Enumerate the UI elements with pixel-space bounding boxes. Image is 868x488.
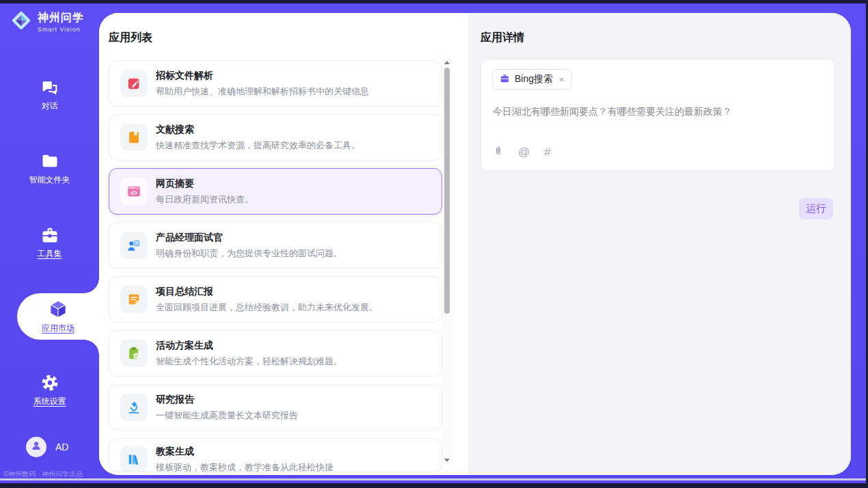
app-frame: 神州问学 Smart Vision 对话 (0, 3, 866, 483)
app-name: 项目总结汇报 (156, 286, 378, 298)
app-card-project-summary[interactable]: 项目总结汇报 全面回顾项目进展，总结经验教训，助力未来优化发展。 (109, 276, 442, 323)
blue-microscope-icon (120, 394, 148, 421)
app-name: 文献搜索 (156, 124, 360, 136)
app-desc: 帮助用户快速、准确地理解和解析招标书中的关键信息 (156, 85, 369, 98)
brand-logo: 神州问学 Smart Vision (10, 9, 84, 35)
avatar (26, 437, 46, 457)
app-desc: 全面回顾项目进展，总结经验教训，助力未来优化发展。 (156, 301, 378, 314)
app-name: 教案生成 (156, 446, 334, 458)
scroll-down-arrow-icon[interactable] (442, 456, 452, 464)
chat-bubbles-icon (40, 78, 59, 97)
app-list-title: 应用列表 (109, 31, 468, 45)
orange-book-icon (120, 124, 148, 151)
at-sign-icon[interactable]: @ (518, 146, 530, 158)
sidebar-item-label: 智能文件夹 (29, 174, 70, 186)
app-name: 活动方案生成 (156, 340, 342, 352)
main-panel: 应用列表 招标文件解析 帮助用户快速、准确地理解和解析招标书中的关键信息 (99, 13, 851, 475)
blue-books-icon (120, 446, 148, 472)
brand-name: 神州问学 (38, 11, 84, 25)
hash-icon[interactable]: # (544, 146, 550, 158)
green-clipboard-check-icon (120, 340, 148, 367)
toolbox-icon (40, 226, 59, 245)
app-name: 产品经理面试官 (156, 232, 342, 244)
brand-subtitle: Smart Vision (38, 26, 84, 33)
sidebar: 神州问学 Smart Vision 对话 (0, 3, 99, 483)
scroll-up-arrow-icon[interactable] (442, 58, 452, 66)
folder-icon (40, 152, 59, 171)
app-card-lesson-plan[interactable]: 教案生成 模板驱动，教案秒成，教学准备从此轻松快捷 (109, 438, 442, 472)
user-name: AD (55, 442, 68, 452)
copyright-footer: ©神州数码 · 神州问学出品 (3, 470, 83, 479)
app-detail-panel: 应用详情 Bing搜索 × 今日湖北有哪些新闻要点？有哪些需要关注的最新政策？ (468, 13, 851, 475)
sidebar-item-label: 对话 (42, 100, 58, 112)
briefcase-icon (500, 73, 510, 86)
app-name: 研究报告 (156, 394, 298, 406)
orange-note-icon (120, 286, 148, 313)
run-button[interactable]: 运行 (799, 198, 833, 219)
app-list-panel: 应用列表 招标文件解析 帮助用户快速、准确地理解和解析招标书中的关键信息 (99, 13, 468, 475)
user-account[interactable]: AD (26, 437, 68, 457)
prompt-card[interactable]: Bing搜索 × 今日湖北有哪些新闻要点？有哪些需要关注的最新政策？ @ # (480, 59, 835, 171)
input-toolbar: @ # (493, 145, 551, 159)
app-desc: 明确身份和职责，为您提供专业性的面试问题。 (156, 247, 342, 260)
app-desc: 快速精准查找学术资源，提高研究效率的必备工具。 (156, 139, 360, 152)
app-desc: 模板驱动，教案秒成，教学准备从此轻松快捷 (156, 461, 334, 472)
sidebar-item-toolbox[interactable]: 工具集 (0, 219, 99, 266)
sidebar-item-chat[interactable]: 对话 (0, 72, 99, 118)
app-card-bid-doc-parse[interactable]: 招标文件解析 帮助用户快速、准确地理解和解析招标书中的关键信息 (109, 60, 442, 107)
close-icon[interactable]: × (559, 74, 565, 85)
app-card-literature-search[interactable]: 文献搜索 快速精准查找学术资源，提高研究效率的必备工具。 (109, 114, 442, 161)
app-card-event-plan[interactable]: 活动方案生成 智能生成个性化活动方案，轻松解决规划难题。 (109, 330, 442, 377)
app-card-web-summary[interactable]: 网页摘要 每日政府新闻资讯快查。 (109, 168, 442, 215)
app-name: 招标文件解析 (156, 70, 369, 82)
sidebar-item-smart-folder[interactable]: 智能文件夹 (0, 146, 99, 192)
app-card-pm-interviewer[interactable]: 产品经理面试官 明确身份和职责，为您提供专业性的面试问题。 (109, 222, 442, 269)
app-card-research-report[interactable]: 研究报告 一键智能生成高质量长文本研究报告 (109, 384, 442, 431)
tool-tag-label: Bing搜索 (515, 73, 553, 85)
app-list-scrollbar[interactable] (442, 58, 452, 464)
app-name: 网页摘要 (156, 178, 254, 190)
app-desc: 智能生成个性化活动方案，轻松解决规划难题。 (156, 355, 342, 368)
red-edit-doc-icon (120, 70, 148, 97)
diamond-gem-icon (10, 9, 33, 35)
sidebar-item-label: 系统设置 (33, 396, 66, 407)
avatar-person-icon (30, 439, 42, 455)
app-desc: 一键智能生成高质量长文本研究报告 (156, 409, 298, 422)
app-desc: 每日政府新闻资讯快查。 (156, 193, 254, 206)
bottom-strip (0, 478, 866, 480)
sidebar-item-label: 工具集 (38, 248, 62, 260)
sidebar-item-app-market[interactable]: 应用市场 (17, 293, 99, 340)
sidebar-item-label: 应用市场 (42, 323, 74, 334)
gear-icon (40, 373, 59, 392)
blue-interviewer-icon (120, 232, 148, 259)
sidebar-nav: 对话 智能文件夹 工具集 (0, 72, 99, 441)
app-card-list: 招标文件解析 帮助用户快速、准确地理解和解析招标书中的关键信息 文献搜索 快速精… (109, 60, 442, 472)
app-detail-title: 应用详情 (480, 31, 851, 45)
scrollbar-thumb[interactable] (444, 68, 450, 314)
sidebar-item-settings[interactable]: 系统设置 (0, 367, 99, 414)
cube-icon (48, 299, 68, 319)
pink-browser-code-icon (120, 178, 148, 205)
tool-tag-bing-search[interactable]: Bing搜索 × (492, 69, 572, 90)
paperclip-icon[interactable] (493, 145, 504, 159)
query-input[interactable]: 今日湖北有哪些新闻要点？有哪些需要关注的最新政策？ (493, 106, 824, 118)
